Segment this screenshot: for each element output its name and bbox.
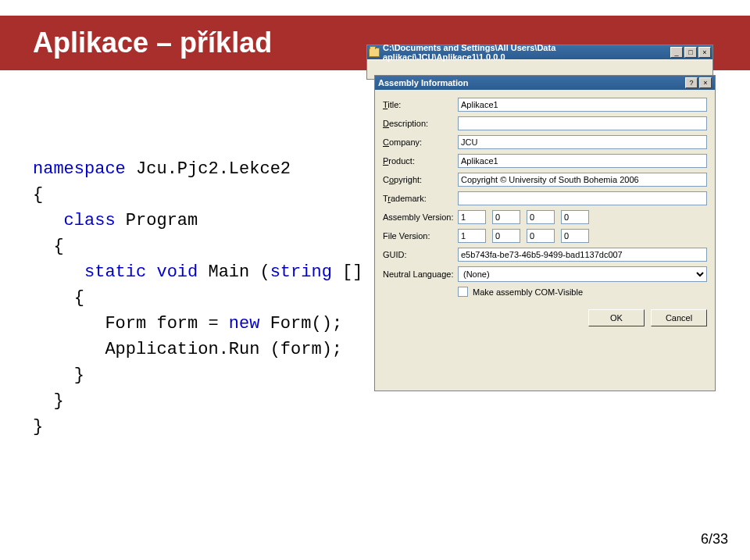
file-version-1[interactable] (492, 229, 520, 243)
company-field[interactable] (458, 135, 707, 149)
close-button[interactable]: × (698, 47, 711, 58)
kw-void: void (156, 262, 198, 282)
brace: } (53, 391, 63, 411)
brace: { (33, 182, 425, 208)
label-neutral-language: Neutral Language: (383, 269, 458, 279)
assembly-version-1[interactable] (492, 210, 520, 224)
assembly-version-0[interactable] (458, 210, 486, 224)
class-name: Program (126, 211, 198, 230)
help-button[interactable]: ? (685, 77, 698, 88)
namespace-name: Jcu.Pjc2.Lekce2 (136, 159, 291, 179)
page-number: 6/33 (701, 531, 728, 548)
label-com-visible: Make assembly COM-Visible (473, 287, 583, 297)
label-file-version: File Version: (383, 231, 458, 241)
label-description: Description: (383, 119, 458, 128)
close-button[interactable]: × (699, 77, 712, 88)
label-copyright: Copyright: (383, 175, 458, 184)
product-field[interactable] (458, 154, 707, 168)
dialog-button-row: OK Cancel (375, 309, 715, 334)
ok-button[interactable]: OK (588, 309, 645, 326)
cancel-button[interactable]: Cancel (651, 309, 707, 326)
main-sig-a: Main ( (208, 262, 270, 282)
explorer-titlebar[interactable]: C:\Documents and Settings\All Users\Data… (367, 45, 712, 59)
kw-namespace: namespace (33, 159, 126, 179)
guid-field[interactable] (458, 248, 707, 262)
label-product: Product: (383, 156, 458, 166)
dialog-body: Title: Description: Company: Product: Co… (375, 90, 715, 309)
label-assembly-version: Assembly Version: (383, 212, 458, 222)
folder-icon (369, 48, 380, 57)
assembly-version-2[interactable] (527, 210, 555, 224)
brace: { (53, 237, 63, 256)
kw-string: string (270, 262, 332, 282)
label-trademark: Trademark: (383, 194, 458, 203)
file-version-3[interactable] (561, 229, 589, 243)
file-version-2[interactable] (527, 229, 555, 243)
title-field[interactable] (458, 98, 707, 112)
minimize-button[interactable]: _ (670, 47, 683, 58)
explorer-title: C:\Documents and Settings\All Users\Data… (383, 43, 670, 62)
brace: { (74, 288, 84, 308)
com-visible-checkbox[interactable] (458, 287, 468, 297)
trademark-field[interactable] (458, 191, 707, 205)
brace: } (33, 414, 425, 440)
file-version-0[interactable] (458, 229, 486, 243)
kw-new: new (229, 314, 260, 334)
neutral-language-select[interactable]: (None) (458, 266, 707, 282)
maximize-button[interactable]: □ (684, 47, 697, 58)
dialog-titlebar[interactable]: Assembly Information ? × (375, 76, 715, 90)
slide: Aplikace – příklad namespace Jcu.Pjc2.Le… (0, 0, 750, 560)
app-run-line: Application.Run (form); (105, 340, 342, 359)
label-title: Title: (383, 100, 458, 109)
kw-class: class (64, 211, 116, 230)
label-company: Company: (383, 137, 458, 147)
code-block: namespace Jcu.Pjc2.Lekce2 { class Progra… (33, 156, 425, 440)
brace: } (74, 366, 84, 385)
form-line-b: Form(); (259, 314, 342, 334)
label-guid: GUID: (383, 250, 458, 259)
assembly-version-3[interactable] (561, 210, 589, 224)
kw-static: static (84, 262, 146, 282)
copyright-field[interactable] (458, 173, 707, 187)
form-line-a: Form form = (105, 314, 228, 334)
description-field[interactable] (458, 116, 707, 130)
assembly-info-dialog: Assembly Information ? × Title: Descript… (374, 75, 716, 391)
dialog-title: Assembly Information (378, 78, 685, 87)
